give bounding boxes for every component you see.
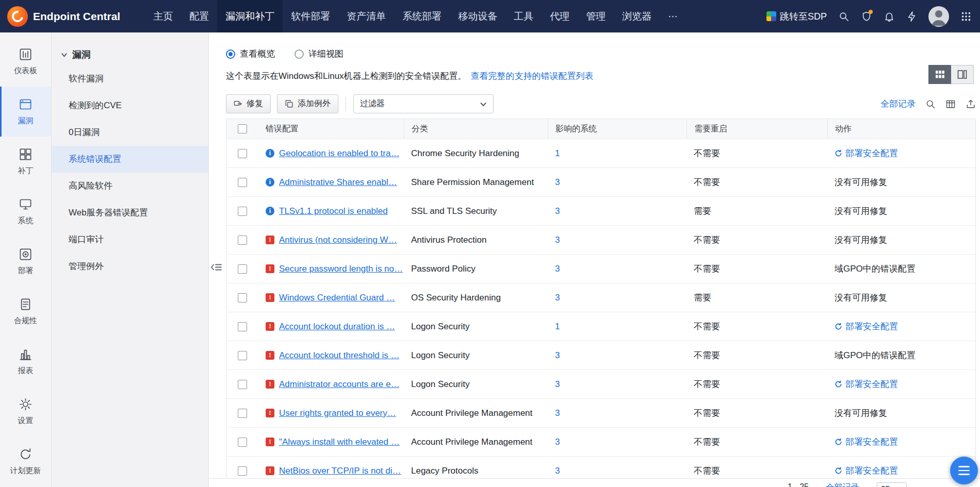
sidebar-item-systems[interactable]: 系统	[0, 187, 51, 237]
sidebar-item-patch[interactable]: 补丁	[0, 137, 51, 187]
view-detailed-radio[interactable]: 详细视图	[295, 48, 344, 60]
quick-actions-lightning-icon[interactable]	[906, 10, 918, 22]
misconfig-link[interactable]: Administrator accounts are e…	[279, 379, 399, 390]
sidebar-item-deployment[interactable]: 部署	[0, 237, 51, 287]
view-overview-radio[interactable]: 查看概览	[226, 48, 275, 60]
column-chooser-icon[interactable]	[945, 99, 956, 109]
sidebar-item-compliance[interactable]: 合规性	[0, 287, 51, 337]
split-view-button[interactable]	[951, 65, 974, 84]
row-checkbox[interactable]	[238, 380, 247, 389]
prev-page-icon[interactable]: ‹	[866, 482, 869, 487]
nav-agent[interactable]: 代理	[542, 0, 578, 32]
nav-os-deployment[interactable]: 系统部署	[394, 0, 450, 32]
misconfig-link[interactable]: "Always install with elevated …	[279, 437, 400, 447]
pagination-all-records-link[interactable]: 全部记录	[826, 482, 859, 487]
row-checkbox[interactable]	[238, 351, 247, 360]
grid-view-button[interactable]	[928, 65, 951, 84]
sidebar-item-dashboard[interactable]: 仪表板	[0, 37, 51, 87]
row-checkbox[interactable]	[238, 207, 247, 216]
filter-dropdown[interactable]: 过滤器	[353, 94, 494, 113]
next-page-icon[interactable]: ›	[914, 482, 917, 487]
misconfig-link[interactable]: Windows Credential Guard …	[279, 293, 395, 303]
subnav-item-detected-cve[interactable]: 检测到的CVE	[52, 92, 208, 119]
affected-count-link[interactable]: 3	[555, 466, 560, 476]
nav-software-deployment[interactable]: 软件部署	[283, 0, 338, 32]
misconfig-link[interactable]: Antivirus (not considering W…	[279, 235, 397, 245]
affected-count-link[interactable]: 3	[555, 206, 560, 216]
affected-count-link[interactable]: 3	[555, 177, 560, 187]
row-checkbox[interactable]	[238, 236, 247, 245]
brand[interactable]: Endpoint Central	[0, 6, 120, 27]
sidebar-item-settings[interactable]: 设置	[0, 387, 51, 436]
subnav-item-zero-day[interactable]: 0日漏洞	[52, 119, 208, 146]
misconfig-link[interactable]: User rights granted to every…	[279, 408, 396, 418]
row-checkbox[interactable]	[238, 264, 247, 274]
endpoint-central-logo-icon	[7, 6, 28, 27]
export-icon[interactable]	[966, 99, 976, 109]
deploy-config-link[interactable]: 部署安全配置	[835, 378, 975, 390]
row-checkbox[interactable]	[238, 149, 247, 158]
affected-count-link[interactable]: 1	[555, 148, 560, 158]
sidebar-collapse-icon[interactable]	[210, 263, 224, 274]
info-icon: i	[266, 178, 274, 187]
subnav-item-web-server-misconfig[interactable]: Web服务器错误配置	[52, 199, 208, 226]
row-checkbox[interactable]	[238, 322, 247, 331]
subnav-item-software-vulnerabilities[interactable]: 软件漏洞	[52, 65, 208, 92]
nav-inventory[interactable]: 资产清单	[338, 0, 394, 32]
select-all-checkbox[interactable]	[238, 124, 247, 133]
affected-count-link[interactable]: 3	[555, 437, 560, 447]
misconfig-link[interactable]: Account lockout threshold is …	[279, 350, 399, 361]
page-size-select[interactable]: 25	[877, 482, 907, 487]
subnav-header-vulnerability[interactable]: 漏洞	[52, 44, 208, 65]
nav-admin[interactable]: 管理	[578, 0, 614, 32]
security-shield-icon[interactable]	[860, 10, 872, 22]
fix-button[interactable]: 修复	[226, 94, 271, 113]
affected-count-link[interactable]: 3	[555, 350, 560, 360]
deploy-icon	[835, 380, 842, 388]
notifications-bell-icon[interactable]	[883, 10, 895, 22]
jump-to-sdp-link[interactable]: 跳转至SDP	[766, 10, 827, 23]
subnav-item-port-audit[interactable]: 端口审计	[52, 226, 208, 253]
nav-mobile-devices[interactable]: 移动设备	[450, 0, 505, 32]
nav-tools[interactable]: 工具	[505, 0, 542, 32]
affected-count-link[interactable]: 3	[555, 264, 560, 274]
deploy-config-link[interactable]: 部署安全配置	[835, 436, 975, 448]
subnav-item-system-misconfigurations[interactable]: 系统错误配置	[52, 146, 208, 173]
sidebar-item-reports[interactable]: 报表	[0, 337, 51, 387]
sidebar-item-scheduled-update[interactable]: 计划更新	[0, 436, 51, 486]
misconfig-link[interactable]: NetBios over TCP/IP is not di…	[279, 466, 401, 476]
nav-threats-patches[interactable]: 漏洞和补丁	[217, 0, 283, 32]
affected-count-link[interactable]: 3	[555, 379, 560, 389]
search-icon[interactable]	[838, 10, 850, 22]
nav-home[interactable]: 主页	[145, 0, 181, 32]
subnav-item-high-risk-software[interactable]: 高风险软件	[52, 173, 208, 199]
nav-configurations[interactable]: 配置	[181, 0, 217, 32]
apps-grid-icon[interactable]	[960, 10, 972, 22]
row-checkbox[interactable]	[238, 178, 247, 187]
misconfig-link[interactable]: Administrative Shares enabl…	[279, 177, 397, 188]
affected-count-link[interactable]: 3	[555, 293, 560, 303]
sidebar-item-vulnerability[interactable]: 漏洞	[0, 87, 51, 137]
row-checkbox[interactable]	[238, 438, 247, 447]
misconfig-link[interactable]: TLSv1.1 protocol is enabled	[279, 206, 388, 216]
row-checkbox[interactable]	[238, 409, 247, 418]
supported-misconfig-list-link[interactable]: 查看完整的支持的错误配置列表	[471, 70, 594, 82]
deploy-config-link[interactable]: 部署安全配置	[835, 321, 975, 332]
deploy-config-link[interactable]: 部署安全配置	[835, 147, 975, 159]
nav-more-menu[interactable]: ⋯	[660, 0, 686, 32]
affected-count-link[interactable]: 3	[555, 235, 560, 245]
user-avatar[interactable]	[928, 6, 949, 27]
misconfig-link[interactable]: Secure password length is no…	[279, 264, 403, 274]
affected-count-link[interactable]: 1	[555, 322, 560, 331]
row-checkbox[interactable]	[238, 466, 247, 476]
table-search-icon[interactable]	[925, 99, 936, 109]
add-exception-button[interactable]: 添加例外	[277, 94, 338, 113]
affected-count-link[interactable]: 3	[555, 408, 560, 418]
chat-help-button[interactable]	[950, 457, 978, 484]
subnav-item-manage-exceptions[interactable]: 管理例外	[52, 253, 208, 280]
all-records-link[interactable]: 全部记录	[880, 98, 916, 110]
nav-browsers[interactable]: 浏览器	[614, 0, 660, 32]
misconfig-link[interactable]: Account lockout duration is …	[279, 322, 395, 332]
misconfig-link[interactable]: Geolocation is enabled to tra…	[279, 148, 399, 159]
row-checkbox[interactable]	[238, 293, 247, 303]
